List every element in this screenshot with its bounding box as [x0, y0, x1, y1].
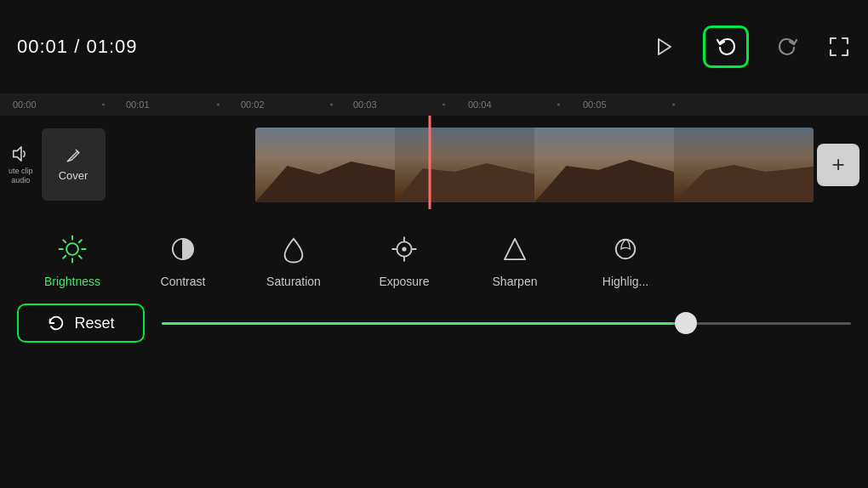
fullscreen-icon	[827, 35, 851, 59]
ruler-dot-3	[330, 104, 333, 106]
redo-icon	[776, 35, 800, 59]
saturation-icon	[277, 233, 310, 265]
clip-area: ute clipaudio Cover	[0, 116, 868, 213]
sharpen-label: Sharpen	[493, 275, 538, 288]
slider-track	[162, 322, 851, 325]
highlight-icon	[609, 233, 642, 265]
tool-row: Brightness Contrast Saturation	[0, 222, 868, 297]
playhead	[429, 116, 431, 209]
contrast-label: Contrast	[161, 275, 206, 288]
slider-handle[interactable]	[675, 312, 697, 334]
highlight-icon-container	[607, 230, 644, 268]
ruler-dot-1	[102, 104, 105, 106]
reset-icon	[47, 314, 66, 332]
total-time: 01:09	[86, 36, 137, 57]
undo-button[interactable]	[703, 26, 749, 68]
cover-label: Cover	[59, 169, 89, 182]
tool-contrast[interactable]: Contrast	[128, 230, 238, 288]
reset-button[interactable]: Reset	[17, 304, 145, 343]
tool-saturation[interactable]: Saturation	[238, 230, 349, 288]
ruler-dot-4	[443, 104, 445, 106]
edit-icon	[65, 147, 82, 164]
svg-line-17	[79, 240, 82, 242]
saturation-label: Saturation	[266, 275, 321, 288]
action-row: Reset	[0, 297, 868, 349]
audio-label: ute clipaudio	[9, 167, 33, 185]
current-time: 00:01	[17, 36, 68, 57]
ruler-dot-2	[217, 104, 220, 106]
exposure-label: Exposure	[379, 275, 429, 288]
svg-marker-1	[14, 146, 21, 161]
top-controls	[652, 26, 851, 68]
brightness-label: Brightness	[44, 275, 100, 288]
fullscreen-button[interactable]	[827, 35, 851, 59]
play-icon	[652, 35, 676, 59]
tool-brightness[interactable]: Brightness	[17, 230, 128, 288]
ruler-dot-6	[672, 104, 675, 106]
sharpen-icon	[499, 233, 531, 265]
contrast-icon	[167, 233, 199, 265]
ruler-mark-5: 00:05	[583, 99, 607, 110]
add-icon: +	[831, 151, 844, 178]
highlight-label: Highlig...	[602, 275, 648, 288]
video-strip-background	[255, 128, 814, 202]
top-bar: 00:01 / 01:09	[0, 0, 868, 94]
timeline-ruler: 00:00 00:01 00:02 00:03 00:04 00:05	[0, 94, 868, 116]
svg-line-18	[63, 256, 66, 258]
left-panel: ute clipaudio Cover	[0, 116, 255, 213]
svg-line-15	[63, 240, 66, 242]
svg-marker-27	[505, 239, 525, 259]
tool-highlight[interactable]: Highlig...	[570, 230, 681, 288]
reset-label: Reset	[74, 315, 114, 332]
exposure-icon-container	[385, 230, 423, 268]
cover-thumbnail[interactable]: Cover	[42, 128, 106, 201]
slider-fill	[162, 322, 686, 325]
sharpen-icon-container	[496, 230, 534, 268]
ruler-mark-3: 00:03	[353, 99, 377, 110]
svg-point-26	[402, 247, 406, 251]
ruler-dot-5	[557, 104, 560, 106]
add-clip-button[interactable]: +	[817, 144, 859, 186]
contrast-icon-container	[164, 230, 202, 268]
video-thumbnail-svg	[255, 128, 814, 202]
saturation-icon-container	[275, 230, 312, 268]
undo-icon	[714, 35, 738, 59]
ruler-mark-2: 00:02	[241, 99, 265, 110]
tool-exposure[interactable]: Exposure	[349, 230, 460, 288]
brightness-icon-container	[54, 230, 91, 268]
tool-sharpen[interactable]: Sharpen	[460, 230, 570, 288]
time-separator: /	[68, 36, 86, 57]
ruler-mark-1: 00:01	[126, 99, 150, 110]
brightness-icon	[56, 233, 89, 265]
svg-marker-0	[659, 39, 671, 54]
audio-icon-area: ute clipaudio	[9, 145, 33, 185]
time-display: 00:01 / 01:09	[17, 36, 137, 58]
video-strip[interactable]	[255, 128, 814, 202]
svg-point-10	[66, 243, 78, 255]
ruler-mark-4: 00:04	[468, 99, 492, 110]
redo-button[interactable]	[776, 35, 800, 59]
bottom-section: Brightness Contrast Saturation	[0, 213, 868, 349]
audio-icon	[11, 145, 30, 163]
play-button[interactable]	[652, 35, 676, 59]
slider-container	[162, 322, 851, 325]
svg-point-28	[616, 240, 635, 258]
ruler-mark-0: 00:00	[13, 99, 37, 110]
svg-line-16	[79, 256, 82, 258]
exposure-icon	[388, 233, 420, 265]
